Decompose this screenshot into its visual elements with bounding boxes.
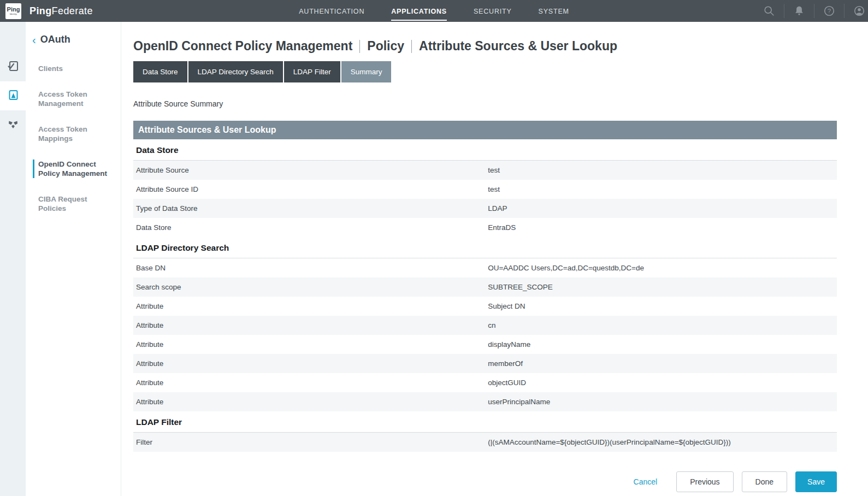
row-value: test — [488, 185, 837, 193]
sidebar-item-openid-connect-policy-management[interactable]: OpenID Connect Policy Management — [33, 160, 115, 178]
sidebar-item-access-token-mappings[interactable]: Access Token Mappings — [33, 125, 115, 143]
sidebar-rail-clients[interactable] — [0, 52, 26, 81]
sidebar-rail-policies[interactable] — [0, 110, 26, 139]
sidebar-item-access-token-management[interactable]: Access Token Management — [33, 90, 115, 108]
table-row: Base DN OU=AADDC Users,DC=ad,DC=questdb,… — [133, 258, 837, 277]
tab-data-store[interactable]: Data Store — [133, 61, 187, 82]
section-title: LDAP Filter — [133, 411, 837, 433]
row-label: Attribute Source ID — [133, 185, 488, 193]
row-label: Attribute — [133, 359, 488, 368]
table-section: Data Store Attribute Source test Attribu… — [133, 139, 837, 237]
topbar-icon-group: ? — [754, 0, 868, 22]
row-label: Attribute — [133, 398, 488, 406]
sidebar-item-list: ClientsAccess Token ManagementAccess Tok… — [26, 64, 121, 213]
ping-logo-text: Ping — [7, 7, 20, 13]
tab-ldap-directory-search[interactable]: LDAP Directory Search — [188, 61, 283, 82]
breadcrumb-segment: Policy — [367, 39, 404, 54]
sidebar-icon-rail — [0, 22, 26, 496]
footer-actions: Cancel Previous Done Save — [133, 471, 837, 492]
sidebar-item-clients[interactable]: Clients — [33, 64, 115, 73]
app-title: PingFederate — [29, 5, 93, 17]
sidebar-item-ciba-request-policies[interactable]: CIBA Request Policies — [33, 194, 115, 213]
table-row: Attribute Source ID test — [133, 180, 837, 199]
ping-logo[interactable]: Ping Identity. — [5, 3, 21, 19]
table-row: Type of Data Store LDAP — [133, 199, 837, 218]
row-value: displayName — [488, 340, 837, 349]
row-label: Attribute — [133, 340, 488, 349]
row-label: Filter — [133, 438, 488, 446]
table-sections: Data Store Attribute Source test Attribu… — [133, 139, 837, 452]
sidebar-back-oauth[interactable]: ‹ OAuth — [26, 34, 121, 45]
row-value: (|(sAMAccountName=${objectGUID})(userPri… — [488, 438, 837, 446]
table-row: Attribute objectGUID — [133, 373, 837, 392]
user-icon[interactable] — [853, 5, 865, 17]
section-rows: Filter (|(sAMAccountName=${objectGUID})(… — [133, 433, 837, 452]
table-row: Search scope SUBTREE_SCOPE — [133, 277, 837, 297]
table-row: Data Store EntraDS — [133, 218, 837, 237]
sidebar-rail-tokens[interactable] — [0, 81, 26, 110]
row-label: Attribute — [133, 321, 488, 329]
table-row: Attribute displayName — [133, 335, 837, 354]
row-value: LDAP — [488, 204, 837, 212]
table-row: Attribute Subject DN — [133, 297, 837, 316]
client-check-icon — [7, 60, 20, 75]
mappings-shield-icon — [7, 117, 20, 133]
top-navigation: AUTHENTICATIONAPPLICATIONSSECURITYSYSTEM — [0, 0, 868, 22]
topbar-divider — [784, 4, 784, 18]
section-rows: Base DN OU=AADDC Users,DC=ad,DC=questdb,… — [133, 258, 837, 411]
topbar-divider — [844, 4, 845, 18]
table-section: LDAP Filter Filter (|(sAMAccountName=${o… — [133, 411, 837, 452]
row-label: Base DN — [133, 264, 488, 272]
previous-button[interactable]: Previous — [676, 471, 733, 492]
row-value: test — [488, 166, 837, 174]
done-button[interactable]: Done — [742, 471, 787, 492]
table-row: Attribute cn — [133, 316, 837, 335]
tab-summary[interactable]: Summary — [341, 61, 392, 82]
sidebar-navigation: ‹ OAuth ClientsAccess Token ManagementAc… — [26, 22, 121, 496]
table-row: Attribute Source test — [133, 161, 837, 180]
breadcrumb-separator — [411, 40, 412, 53]
row-label: Data Store — [133, 223, 488, 232]
table-row: Filter (|(sAMAccountName=${objectGUID})(… — [133, 433, 837, 452]
search-icon[interactable] — [763, 5, 775, 17]
table-row: Attribute memberOf — [133, 354, 837, 373]
summary-note: Attribute Source Summary — [133, 99, 837, 108]
row-label: Search scope — [133, 283, 488, 291]
row-value: OU=AADDC Users,DC=ad,DC=questdb,DC=de — [488, 264, 837, 272]
bell-icon[interactable] — [793, 5, 805, 17]
row-value: EntraDS — [488, 223, 837, 232]
breadcrumb: OpenID Connect Policy ManagementPolicyAt… — [133, 39, 837, 54]
wizard-tabs: Data StoreLDAP Directory SearchLDAP Filt… — [133, 61, 837, 82]
tab-ldap-filter[interactable]: LDAP Filter — [284, 61, 340, 82]
row-label: Type of Data Store — [133, 204, 488, 212]
ping-logo-subtext: Identity. — [10, 13, 17, 15]
section-rows: Attribute Source test Attribute Source I… — [133, 161, 837, 237]
token-pen-icon — [7, 88, 20, 104]
row-value: SUBTREE_SCOPE — [488, 283, 837, 291]
summary-table: Attribute Sources & User Lookup Data Sto… — [133, 121, 837, 452]
chevron-left-icon: ‹ — [32, 34, 36, 45]
breadcrumb-segment: OpenID Connect Policy Management — [133, 39, 352, 54]
row-label: Attribute — [133, 302, 488, 310]
topnav-security[interactable]: SECURITY — [474, 1, 512, 21]
topbar-divider — [814, 4, 814, 18]
app-title-bold: Ping — [29, 5, 52, 16]
help-icon[interactable]: ? — [823, 5, 835, 17]
row-label: Attribute Source — [133, 166, 488, 174]
save-button[interactable]: Save — [795, 471, 837, 492]
row-value: memberOf — [488, 359, 837, 368]
row-value: objectGUID — [488, 379, 837, 387]
topnav-authentication[interactable]: AUTHENTICATION — [299, 1, 364, 21]
cancel-button[interactable]: Cancel — [634, 477, 658, 486]
top-bar: Ping Identity. PingFederate AUTHENTICATI… — [0, 0, 868, 22]
main-content: OpenID Connect Policy ManagementPolicyAt… — [121, 22, 868, 496]
section-title: Data Store — [133, 139, 837, 161]
svg-text:?: ? — [828, 8, 831, 14]
row-label: Attribute — [133, 379, 488, 387]
topnav-system[interactable]: SYSTEM — [539, 1, 569, 21]
row-value: cn — [488, 321, 837, 329]
row-value: Subject DN — [488, 302, 837, 310]
breadcrumb-separator — [359, 40, 360, 53]
row-value: userPrincipalName — [488, 398, 837, 406]
topnav-applications[interactable]: APPLICATIONS — [391, 1, 447, 21]
